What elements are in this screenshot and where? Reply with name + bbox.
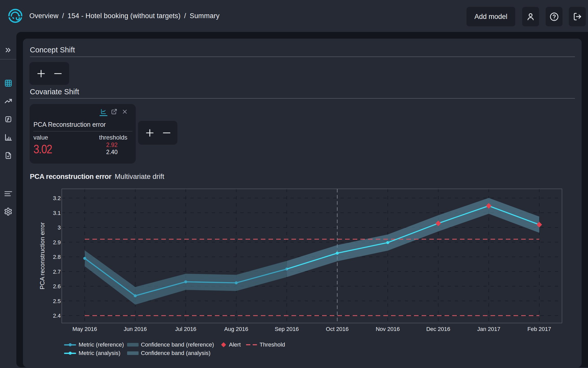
y-tick-label: 3.1 bbox=[53, 210, 61, 216]
chart-heading: PCA reconstruction error Multivariate dr… bbox=[30, 172, 164, 181]
sidebar-item-logs[interactable] bbox=[0, 188, 16, 200]
legend-item[interactable]: Alert bbox=[222, 341, 241, 348]
menu-lines-icon bbox=[4, 189, 13, 198]
y-tick-label: 2.4 bbox=[53, 313, 61, 319]
sidebar-item-models-table[interactable] bbox=[0, 77, 16, 89]
y-tick-label: 2.6 bbox=[53, 283, 61, 290]
metric-marker bbox=[184, 280, 187, 283]
add-metric-button[interactable] bbox=[144, 126, 155, 140]
chart-subtitle: Multivariate drift bbox=[115, 172, 164, 181]
section-divider bbox=[30, 56, 575, 57]
metric-marker bbox=[336, 252, 339, 255]
breadcrumb-separator: / bbox=[184, 12, 186, 20]
chevrons-right-icon bbox=[4, 46, 12, 54]
legend-label: Alert bbox=[229, 341, 241, 348]
legend-alert-swatch bbox=[221, 342, 226, 347]
table-icon bbox=[4, 79, 13, 87]
y-axis-title: PCA reconstruction error bbox=[39, 222, 46, 290]
sidebar-item-statistics[interactable] bbox=[0, 131, 16, 143]
sidebar-item-functions[interactable] bbox=[0, 113, 16, 125]
breadcrumb-summary[interactable]: Summary bbox=[190, 12, 219, 20]
y-tick-label: 2.8 bbox=[53, 254, 61, 260]
metric-marker bbox=[386, 241, 389, 244]
x-tick-label: May 2016 bbox=[72, 326, 97, 332]
legend-item[interactable]: Metric (reference) bbox=[64, 341, 124, 348]
drift-chart: 3.23.132.92.82.72.62.52.4May 2016Jun 201… bbox=[23, 182, 581, 348]
function-icon bbox=[4, 115, 12, 123]
remove-metric-button[interactable] bbox=[52, 66, 64, 81]
metric-value: 3.02 bbox=[33, 142, 52, 156]
plus-icon bbox=[145, 128, 155, 138]
legend-label: Metric (analysis) bbox=[79, 350, 120, 356]
user-button[interactable] bbox=[522, 7, 539, 26]
value-label: value bbox=[33, 134, 48, 141]
add-metric-button[interactable] bbox=[35, 66, 47, 81]
thresholds-label: thresholds bbox=[96, 134, 127, 141]
y-tick-label: 3.2 bbox=[53, 195, 61, 201]
breadcrumb: Overview / 154 - Hotel booking (without … bbox=[29, 0, 219, 32]
metric-summary-card: PCA Reconstruction error value threshold… bbox=[30, 104, 136, 164]
app: Overview / 154 - Hotel booking (without … bbox=[0, 0, 588, 368]
threshold-low-value: 2.40 bbox=[96, 148, 127, 156]
covariate-shift-title: Covariate Shift bbox=[30, 88, 79, 96]
metric-card-divider bbox=[33, 131, 132, 131]
x-tick-label: Jul 2016 bbox=[175, 326, 196, 332]
breadcrumb-model[interactable]: 154 - Hotel booking (without targets) bbox=[68, 12, 181, 20]
add-model-button[interactable]: Add model bbox=[467, 7, 515, 26]
legend-label: Metric (reference) bbox=[79, 341, 124, 348]
bar-chart-icon bbox=[4, 133, 13, 142]
y-tick-label: 2.5 bbox=[53, 298, 61, 304]
chart-line-icon[interactable] bbox=[100, 108, 107, 115]
x-tick-label: Feb 2017 bbox=[528, 326, 551, 332]
content-card: Concept Shift Covariate Shift PCA R bbox=[23, 39, 582, 367]
legend-item[interactable]: Confidence band (analysis) bbox=[127, 350, 211, 357]
top-bar: Overview / 154 - Hotel booking (without … bbox=[0, 0, 588, 32]
legend-threshold-swatch bbox=[246, 344, 250, 345]
sidebar-divider bbox=[0, 59, 16, 60]
x-tick-label: Dec 2016 bbox=[426, 326, 450, 332]
sidebar-item-settings[interactable] bbox=[0, 205, 16, 218]
plus-icon bbox=[36, 69, 46, 78]
metric-marker bbox=[83, 257, 86, 260]
legend-item[interactable]: Metric (analysis) bbox=[64, 350, 120, 357]
legend-label: Threshold bbox=[260, 341, 285, 348]
metric-marker bbox=[134, 294, 137, 297]
concept-shift-title: Concept Shift bbox=[30, 46, 75, 54]
section-divider bbox=[30, 98, 575, 99]
sidebar-item-reports[interactable] bbox=[0, 149, 16, 162]
legend-label: Confidence band (reference) bbox=[141, 341, 214, 348]
legend-line-swatch bbox=[64, 353, 76, 354]
document-check-icon bbox=[4, 152, 12, 159]
y-tick-label: 3 bbox=[58, 224, 61, 231]
external-link-icon[interactable] bbox=[111, 108, 117, 115]
y-tick-label: 2.9 bbox=[53, 239, 61, 246]
gear-icon bbox=[4, 207, 13, 216]
legend-item[interactable]: Confidence band (reference) bbox=[127, 341, 214, 348]
trending-up-icon bbox=[4, 97, 13, 105]
legend-threshold-swatch bbox=[253, 344, 257, 345]
legend-item[interactable]: Threshold bbox=[246, 341, 285, 348]
help-button[interactable] bbox=[546, 7, 562, 26]
x-tick-label: Sep 2016 bbox=[275, 326, 299, 332]
nannyml-logo-icon[interactable] bbox=[8, 9, 22, 23]
sidebar-expand-button[interactable] bbox=[0, 44, 16, 56]
x-tick-label: Jun 2016 bbox=[124, 326, 147, 332]
legend-label: Confidence band (analysis) bbox=[141, 350, 211, 356]
covariate-shift-toolbar bbox=[138, 121, 177, 145]
breadcrumb-separator: / bbox=[62, 12, 64, 20]
minus-icon bbox=[162, 128, 172, 138]
logout-icon bbox=[573, 12, 582, 21]
metric-marker bbox=[235, 281, 238, 284]
threshold-high-value: 2.92 bbox=[96, 141, 127, 148]
sidebar-item-performance[interactable] bbox=[0, 95, 16, 107]
metric-card-title: PCA Reconstruction error bbox=[33, 121, 106, 128]
logout-button[interactable] bbox=[569, 7, 586, 26]
remove-metric-button[interactable] bbox=[161, 126, 172, 140]
active-view-underline bbox=[100, 115, 107, 116]
x-tick-label: Oct 2016 bbox=[326, 326, 349, 332]
x-tick-label: Jan 2017 bbox=[477, 326, 500, 332]
close-icon[interactable] bbox=[122, 109, 128, 114]
user-icon bbox=[526, 12, 535, 21]
help-icon bbox=[549, 12, 559, 21]
breadcrumb-overview[interactable]: Overview bbox=[29, 12, 58, 20]
